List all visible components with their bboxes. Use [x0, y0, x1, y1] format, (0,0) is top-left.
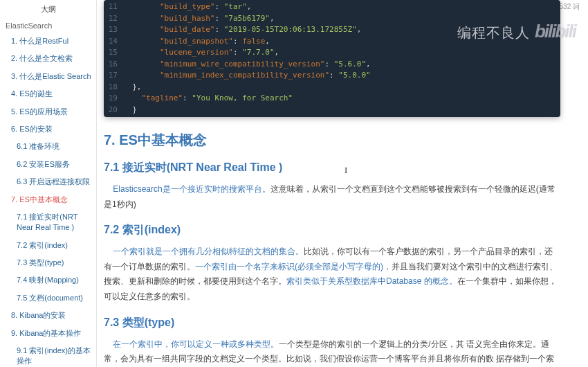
- code-line: 15 "lucene_version": "7.7.0",: [104, 47, 560, 59]
- outline-section-header: ElasticSearch: [0, 19, 96, 33]
- sidebar-item[interactable]: 7.5 文档(document): [0, 289, 96, 307]
- outline-sidebar[interactable]: 大纲 ElasticSearch 1. 什么是RestFul2. 什么是全文检索…: [0, 0, 97, 367]
- sidebar-item[interactable]: 7.3 类型(type): [0, 254, 96, 271]
- para-7-1: Elasticsearch是一个接近实时的搜索平台。这意味着，从索引一个文档直到…: [104, 182, 560, 212]
- heading-7-1: 7.1 接近实时(NRT Near Real Time ): [104, 161, 560, 175]
- sidebar-item[interactable]: 6. ES的安装: [0, 120, 96, 138]
- code-line: 12 "build_hash": "7a5b6179",: [104, 13, 560, 25]
- sidebar-item[interactable]: 3. 什么是Elastic Search: [0, 68, 96, 85]
- sidebar-item[interactable]: 6.1 准备环境: [0, 138, 96, 155]
- outline-title: 大纲: [0, 0, 96, 19]
- code-line: 18 },: [104, 82, 560, 93]
- code-line: 14 "build_snapshot": false,: [104, 36, 560, 48]
- sidebar-item[interactable]: 4. ES的诞生: [0, 85, 96, 102]
- sidebar-item[interactable]: 7.1 接近实时(NRT Near Real Time ): [0, 208, 96, 237]
- sidebar-item[interactable]: 5. ES的应用场景: [0, 103, 96, 120]
- heading-7-2: 7.2 索引(index): [104, 223, 560, 238]
- code-line: 16 "minimum_wire_compatibility_version":…: [104, 59, 560, 71]
- code-line: 11 "build_type": "tar",: [104, 1, 560, 13]
- sidebar-item[interactable]: 7.4 映射(Mapping): [0, 271, 96, 289]
- code-block: 11 "build_type": "tar",12 "build_hash": …: [104, 0, 560, 117]
- para-7-3: 在一个索引中，你可以定义一种或多种类型。一个类型是你的索引的一个逻辑上的分类/分…: [104, 337, 560, 367]
- heading-7: 7. ES中基本概念: [104, 131, 560, 150]
- sidebar-item[interactable]: 7.2 索引(index): [0, 237, 96, 254]
- sidebar-item[interactable]: 2. 什么是全文检索: [0, 50, 96, 67]
- para-7-2: 一个索引就是一个拥有几分相似特征的文档的集合。比如说，你可以有一个客户数据的索引…: [104, 244, 560, 304]
- code-line: 20 }: [104, 105, 560, 116]
- code-line: 17 "minimum_index_compatibility_version"…: [104, 70, 560, 82]
- code-line: 13 "build_date": "2019-05-15T20:06:13.17…: [104, 24, 560, 36]
- code-line: 19 "tagline": "You Know, for Search": [104, 93, 560, 105]
- sidebar-item[interactable]: 1. 什么是RestFul: [0, 33, 96, 50]
- main-content[interactable]: 10532 词 编程不良人 bilibili 11 "build_type": …: [97, 0, 588, 367]
- heading-7-3: 7.3 类型(type): [104, 316, 560, 330]
- sidebar-item[interactable]: 6.2 安装ES服务: [0, 156, 96, 173]
- sidebar-item[interactable]: 8. Kibana的安装: [0, 307, 96, 324]
- sidebar-item[interactable]: 6.3 开启远程连接权限: [0, 173, 96, 190]
- sidebar-item[interactable]: 7. ES中基本概念: [0, 191, 96, 208]
- sidebar-item[interactable]: 9. Kibana的基本操作: [0, 325, 96, 342]
- sidebar-item[interactable]: 9.1 索引(index)的基本操作: [0, 342, 96, 367]
